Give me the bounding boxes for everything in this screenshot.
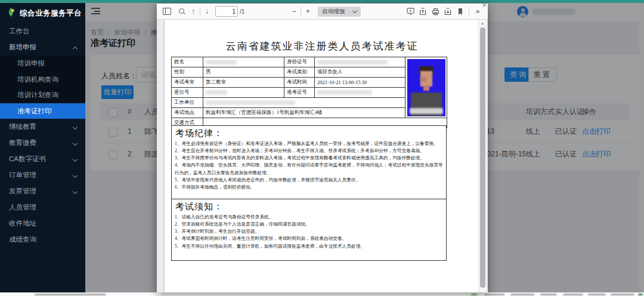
platform-logo: 综合业务服务平台	[0, 3, 85, 23]
print-icon[interactable]	[430, 5, 441, 17]
field-value: 第二教室	[203, 78, 284, 88]
page-up-icon[interactable]: ↑	[188, 5, 199, 17]
platform-logo-icon	[6, 7, 16, 20]
sidebar-item-continuing-edu[interactable]: 继续教育	[0, 119, 85, 135]
taskbar-icon	[563, 294, 583, 296]
field-label: 准考证号	[284, 88, 315, 98]
rule-item: 1、考生必须凭有效证件（身份证）和准考证进入考场，严格服从监考人员统一安排，按考…	[172, 140, 446, 147]
sidebar-item-score-query[interactable]: 成绩查询	[0, 232, 85, 248]
exam-notice-section: 考试须知： 1、请输入自己的准考证号与身份证号登录系统。 2、登录后核对系统信息…	[171, 199, 447, 261]
page-count-label: /1	[240, 8, 244, 15]
field-label: 考试时间	[284, 78, 315, 88]
platform-title: 综合业务服务平台	[20, 8, 82, 18]
sidebar-item-edu-payment[interactable]: 教育缴费	[0, 135, 85, 151]
exam-rules-title: 考场纪律：	[172, 126, 446, 140]
download-icon[interactable]	[442, 5, 453, 17]
scroll-up-icon[interactable]: ▲	[479, 20, 486, 27]
toolbar-divider	[469, 7, 469, 16]
sidebar-toggle-icon[interactable]	[162, 5, 172, 17]
zoom-select-value: 自动缩放	[322, 8, 345, 16]
pdf-toolbar-right: »	[405, 5, 483, 17]
chevron-down-icon	[352, 8, 357, 13]
field-value: 男	[203, 67, 284, 78]
search-icon[interactable]	[177, 5, 188, 17]
taskbar-text-redacted	[35, 294, 106, 296]
field-label: 考试类别	[284, 67, 315, 78]
chevron-down-icon	[73, 189, 78, 194]
field-value: 凯旋利车博汇（官渡区福保路）1号凯旋利车博汇4楼	[203, 108, 405, 118]
field-label: 身份证号	[284, 57, 315, 67]
toolbar-divider	[200, 7, 200, 16]
notice-item: 5、考生不得以任何理由关闭、重启计算机，如有问题请报告监考老师，由专业技术人员处…	[172, 243, 446, 250]
bookmark-icon[interactable]	[455, 5, 466, 17]
presentation-mode-icon[interactable]	[405, 5, 416, 17]
pdf-scrollbar[interactable]: ▲	[478, 20, 486, 292]
taskbar-icon	[611, 294, 634, 296]
notice-item: 1、请输入自己的准考证号与身份证号登录系统。	[172, 214, 446, 221]
sidebar-item-training-plan-query[interactable]: 培训计划查询	[0, 87, 85, 103]
sidebar-item-label: 订单管理	[9, 171, 36, 178]
chevron-down-icon	[73, 157, 78, 162]
sidebar-item-shipping-address[interactable]: 收件地址	[0, 215, 85, 232]
sidebar-item-new-training[interactable]: 新培申报	[0, 39, 85, 56]
field-label: 考试考室	[172, 78, 203, 88]
ticket-info-table: 姓名 身份证号 性别 男 考试类别 项目负责人	[171, 57, 447, 128]
exam-notice-title: 考试须知：	[172, 199, 446, 214]
taskbar-icon	[471, 294, 477, 296]
taskbar-icon	[510, 294, 534, 296]
sidebar-item-label: 继续教育	[9, 123, 36, 130]
taskbar-icon	[638, 294, 643, 296]
sidebar-item-ca-certificate[interactable]: CA数字证书	[0, 151, 85, 167]
sidebar-item-personnel-mgmt[interactable]: 人员管理	[0, 199, 85, 215]
field-label: 座位号	[172, 88, 203, 98]
rule-item: 6、不得损坏考场物品，否则照价赔偿。	[172, 184, 446, 191]
sidebar-item-invoice-mgmt[interactable]: 发票管理	[0, 183, 85, 199]
notice-item: 2、登录后核对系统信息与个人信息是否正确，仔细阅读答题须知。	[172, 221, 446, 228]
sidebar-item-training-org-query[interactable]: 培训机构查询	[0, 72, 85, 88]
sidebar: 综合业务服务平台 工作台 新培申报 培训申报 培训机构查询 培训计划查询 准考证…	[0, 3, 85, 292]
open-file-icon[interactable]	[417, 5, 428, 17]
field-value-redacted	[203, 57, 284, 67]
field-value-redacted	[203, 88, 284, 98]
field-value: 项目负责人	[315, 67, 405, 78]
sidebar-menu: 工作台 新培申报 培训申报 培训机构查询 培训计划查询 准考证打印 继续教育 教…	[0, 23, 85, 248]
document-title: 云南省建筑业非注册类人员考试准考证	[165, 39, 479, 53]
scrollbar-thumb[interactable]	[480, 27, 485, 288]
os-taskbar[interactable]	[0, 292, 644, 296]
app-root: 综合业务服务平台 工作台 新培申报 培训申报 培训机构查询 培训计划查询 准考证…	[0, 0, 644, 296]
rule-item: 2、考生应在开考前30分钟，准时进入考场；开考40分钟后，考生不得入场、登录考试…	[172, 147, 446, 155]
pdf-viewer-area: 云南省建筑业非注册类人员考试准考证 姓名 身份证号 性别 男	[157, 20, 488, 292]
rule-item: 3、考生不得携带任何与考试内容有关的资料进入考场，考试过程中发现有翻看考试资料或…	[172, 155, 446, 162]
chevron-down-icon	[73, 141, 78, 146]
page-number-input[interactable]	[215, 6, 238, 17]
zoom-in-icon[interactable]: +	[302, 5, 313, 17]
sidebar-item-ticket-print[interactable]: 准考证打印	[0, 103, 85, 119]
close-icon[interactable]: ×	[482, 1, 487, 10]
notice-item: 4、考试界面有时间倒计时，请考生注意时间安排，考试时间到后，系统将自动交卷。	[172, 235, 446, 242]
id-photo	[405, 57, 447, 118]
field-label: 性别	[172, 67, 203, 78]
taskbar-icon	[484, 294, 504, 296]
field-value-redacted	[315, 57, 405, 67]
taskbar-icon	[588, 294, 606, 296]
sidebar-item-label: CA数字证书	[9, 155, 46, 162]
rule-item: 5、考试中发现有代替他人考试或伪造证件的，均按作弊处理，并视情节追究相关人员责任…	[172, 177, 446, 184]
sidebar-item-training-declare[interactable]: 培训申报	[0, 56, 85, 72]
field-value-redacted	[315, 88, 405, 98]
sidebar-item-label: 教育缴费	[9, 139, 36, 146]
page-down-icon[interactable]: ↓	[202, 5, 212, 17]
zoom-controls: − + 自动缩放	[289, 5, 361, 17]
sidebar-item-workbench[interactable]: 工作台	[0, 23, 85, 39]
more-tools-icon[interactable]: »	[472, 5, 483, 17]
sidebar-item-order-mgmt[interactable]: 订单管理	[0, 167, 85, 183]
field-label: 工作单位	[172, 98, 203, 108]
field-value: 2021-10-21 13:00-15:30	[315, 78, 405, 88]
zoom-out-icon[interactable]: −	[289, 5, 299, 17]
toolbar-divider	[301, 7, 301, 16]
field-label: 姓名	[172, 57, 203, 67]
zoom-select[interactable]: 自动缩放	[318, 7, 361, 17]
rule-item: 4、考场内不准抽烟、交头接耳、大声喧哗、随意走动，有任何疑问请举手咨询监考老师，…	[172, 162, 446, 176]
chevron-up-icon	[73, 47, 78, 51]
chevron-down-icon	[73, 173, 78, 178]
pdf-toolbar: ↑ ↓ /1 − + 自动缩放	[157, 4, 488, 20]
